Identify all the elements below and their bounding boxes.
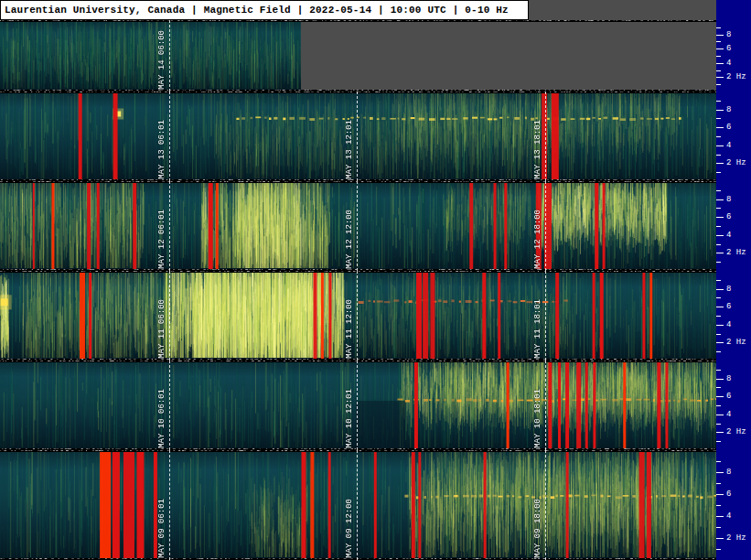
time-marker-label: MAY 10 18:01: [533, 389, 543, 448]
time-marker-label: MAY 13 06:01: [157, 120, 167, 179]
time-marker-line: [169, 361, 170, 450]
spectrogram-row-may-10: MAY 10 06:01MAY 10 12:01MAY 10 18:01: [0, 361, 716, 450]
freq-tick: [716, 244, 721, 245]
time-marker-label: MAY 12 06:01: [157, 210, 167, 269]
spectrogram-canvas: [0, 450, 716, 560]
freq-tick: [716, 41, 721, 42]
freq-tick: [716, 118, 721, 119]
freq-tick-label: 2 Hz: [726, 73, 746, 81]
freq-tick-label: 8: [726, 468, 731, 477]
freq-tick: [716, 432, 724, 433]
freq-tick-label: 6: [726, 124, 731, 132]
spectrogram-row-may-09: MAY 09 06:01MAY 09 12:00MAY 09 18:00: [0, 450, 716, 560]
freq-tick: [716, 280, 721, 281]
freq-tick: [716, 84, 721, 85]
freq-tick: [716, 262, 721, 263]
time-marker-label: MAY 12 18:00: [533, 210, 543, 269]
freq-tick: [716, 387, 721, 388]
freq-tick: [716, 307, 724, 307]
time-marker-line: [545, 361, 546, 450]
freq-tick: [716, 27, 721, 28]
freq-tick-label: 6: [726, 45, 731, 53]
freq-tick: [716, 370, 721, 371]
time-marker-line: [357, 92, 358, 181]
freq-tick: [716, 334, 721, 335]
freq-tick-label: 8: [726, 285, 731, 294]
spectrogram-plot: MAY 14 06:00MAY 13 06:01MAY 13 12:01MAY …: [0, 20, 716, 560]
freq-tick-label: 2 Hz: [726, 534, 746, 543]
time-marker-line: [545, 271, 546, 361]
freq-tick: [716, 172, 721, 173]
freq-tick: [716, 199, 724, 200]
freq-tick: [716, 208, 721, 209]
time-marker-label: MAY 09 06:01: [157, 499, 167, 558]
freq-tick-label: 2 Hz: [726, 159, 746, 167]
freq-tick: [716, 163, 724, 164]
freq-tick: [716, 155, 721, 156]
freq-tick: [716, 325, 724, 326]
freq-tick: [716, 396, 724, 397]
time-marker-line: [357, 361, 358, 450]
time-marker-line: [169, 450, 170, 560]
freq-tick: [716, 101, 721, 102]
spectrogram-row-may-13: MAY 13 06:01MAY 13 12:01MAY 13 18:01: [0, 92, 716, 181]
time-marker-line: [169, 271, 170, 361]
time-marker-label: MAY 12 12:00: [345, 210, 355, 269]
time-marker-line: [169, 20, 170, 92]
freq-tick: [716, 483, 721, 484]
time-marker-label: MAY 09 18:00: [533, 499, 543, 558]
freq-tick-label: 8: [726, 196, 731, 204]
page-title: Laurentian University, Canada | Magnetic…: [5, 5, 509, 16]
time-marker-label: MAY 13 18:01: [533, 120, 543, 179]
freq-tick: [716, 538, 724, 539]
freq-tick: [716, 127, 724, 128]
freq-tick: [716, 424, 721, 425]
freq-tick: [716, 472, 724, 473]
spectrogram-row-may-12: MAY 12 06:01MAY 12 12:00MAY 12 18:00: [0, 181, 716, 271]
freq-tick: [716, 226, 721, 227]
freq-tick-label: 8: [726, 375, 731, 383]
freq-tick: [716, 505, 721, 506]
freq-tick: [716, 494, 724, 495]
time-marker-line: [169, 92, 170, 181]
time-marker-label: MAY 10 06:01: [157, 389, 167, 448]
spectrogram-row-may-11: MAY 11 06:00MAY 11 12:00MAY 11 18:01: [0, 271, 716, 361]
time-marker-label: MAY 11 12:00: [345, 299, 355, 359]
freq-tick: [716, 297, 721, 298]
freq-tick-label: 6: [726, 303, 731, 311]
time-marker-label: MAY 11 06:00: [157, 299, 167, 359]
time-marker-line: [545, 92, 546, 181]
time-marker-line: [545, 181, 546, 271]
freq-tick-label: 2 Hz: [726, 428, 746, 436]
freq-tick: [716, 316, 721, 317]
freq-tick-label: 6: [726, 213, 731, 221]
freq-tick: [716, 253, 724, 253]
title-bar: Laurentian University, Canada | Magnetic…: [0, 0, 529, 20]
freq-tick-label: 2 Hz: [726, 339, 746, 347]
freq-tick: [716, 190, 721, 191]
freq-tick-label: 4: [726, 321, 731, 329]
spectrogram-canvas: [0, 361, 716, 450]
freq-tick-label: 4: [726, 512, 731, 521]
time-marker-line: [545, 450, 546, 560]
freq-tick-label: 4: [726, 232, 731, 240]
freq-tick-label: 4: [726, 411, 731, 419]
freq-tick: [716, 35, 724, 36]
freq-tick-label: 4: [726, 59, 731, 68]
time-marker-line: [357, 450, 358, 560]
spectrogram-canvas: [0, 20, 716, 92]
freq-tick: [716, 235, 724, 236]
freq-tick-label: 8: [726, 106, 731, 114]
freq-tick: [716, 217, 724, 218]
freq-tick: [716, 516, 724, 517]
freq-tick: [716, 379, 724, 380]
freq-tick: [716, 70, 721, 71]
time-marker-label: MAY 10 12:01: [345, 389, 355, 448]
freq-tick: [716, 56, 721, 57]
freq-tick: [716, 549, 721, 550]
freq-tick: [716, 527, 721, 528]
freq-tick: [716, 110, 724, 111]
time-marker-line: [357, 271, 358, 361]
freq-tick-label: 2 Hz: [726, 249, 746, 257]
time-marker-label: MAY 13 12:01: [345, 120, 355, 179]
